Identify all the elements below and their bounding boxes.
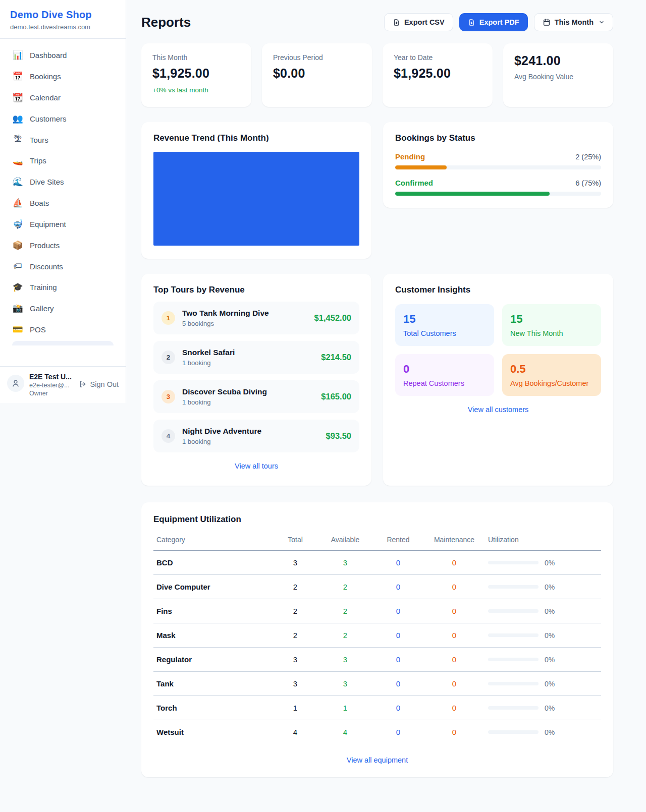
tour-bookings: 5 bookings — [182, 320, 307, 327]
status-name: Pending — [395, 152, 425, 161]
sidebar-item-label: Calendar — [30, 93, 61, 102]
revenue-trend-chart — [153, 152, 359, 246]
table-row: Wetsuit44000% — [153, 720, 601, 744]
user-panel: E2E Test U... e2e-tester@... Owner Sign … — [0, 366, 126, 403]
sidebar-item-dive-sites[interactable]: 🌊Dive Sites — [6, 171, 120, 192]
sidebar-item-tours[interactable]: 🏝Tours — [6, 130, 120, 150]
cell-total: 3 — [273, 551, 317, 575]
insight-value: 0.5 — [510, 363, 593, 376]
customer-insights-title: Customer Insights — [395, 285, 601, 295]
export-pdf-button[interactable]: Export PDF — [459, 13, 528, 31]
sidebar-item-label: Gallery — [30, 304, 54, 313]
sidebar-item-label: Equipment — [30, 220, 66, 228]
sidebar-item-customers[interactable]: 👥Customers — [6, 108, 120, 129]
cell-rented: 0 — [373, 575, 423, 599]
equipment-table: Category Total Available Rented Maintena… — [153, 530, 601, 744]
insights-row: Top Tours by Revenue 1 Two Tank Morning … — [141, 274, 613, 486]
stat-card-year-to-date: Year to Date $1,925.00 — [383, 43, 493, 107]
col-header-category: Category — [153, 530, 273, 551]
cell-rented: 0 — [373, 696, 423, 720]
sidebar-item-gallery[interactable]: 📸Gallery — [6, 298, 120, 319]
utilization-bar-track — [488, 609, 539, 613]
sign-out-button[interactable]: Sign Out — [79, 380, 119, 388]
utilization-percent: 0% — [545, 559, 555, 567]
insight-tile-total-customers: 15 Total Customers — [395, 304, 494, 346]
speedboat-icon: 🚤 — [12, 155, 23, 166]
sidebar-item-label: Boats — [30, 199, 49, 207]
cell-utilization: 0% — [485, 551, 601, 575]
cell-maintenance: 0 — [423, 672, 485, 696]
sidebar-item-dashboard[interactable]: 📊Dashboard — [6, 45, 120, 66]
sidebar-item-bookings[interactable]: 📅Bookings — [6, 66, 120, 87]
sidebar-item-label: POS — [30, 325, 46, 334]
tour-revenue: $93.50 — [326, 431, 351, 441]
sidebar-item-reports-partial[interactable] — [12, 341, 114, 345]
sidebar: Demo Dive Shop demo.test.divestreams.com… — [0, 0, 126, 403]
sidebar-item-calendar[interactable]: 📆Calendar — [6, 87, 120, 108]
stat-value: $0.00 — [273, 66, 361, 81]
cell-rented: 0 — [373, 672, 423, 696]
graduation-cap-icon: 🎓 — [12, 282, 23, 293]
utilization-bar-track — [488, 706, 539, 710]
stat-value: $1,925.00 — [394, 66, 481, 81]
insight-tile-repeat-customers: 0 Repeat Customers — [395, 354, 494, 396]
sidebar-item-training[interactable]: 🎓Training — [6, 277, 120, 298]
cell-available: 1 — [317, 696, 373, 720]
customer-insights-card: Customer Insights 15 Total Customers 15 … — [383, 274, 613, 486]
cell-rented: 0 — [373, 623, 423, 648]
period-selector[interactable]: This Month — [534, 13, 613, 31]
sidebar-item-discounts[interactable]: 🏷Discounts — [6, 256, 120, 276]
sidebar-item-boats[interactable]: ⛵Boats — [6, 193, 120, 213]
cell-available: 3 — [317, 551, 373, 575]
tour-row[interactable]: 1 Two Tank Morning Dive 5 bookings $1,45… — [153, 302, 359, 334]
cell-utilization: 0% — [485, 672, 601, 696]
status-bar-fill — [395, 165, 447, 169]
sailboat-icon: ⛵ — [12, 198, 23, 208]
chevron-down-icon — [599, 19, 605, 25]
view-all-tours-link[interactable]: View all tours — [153, 462, 359, 470]
cell-utilization: 0% — [485, 599, 601, 623]
tear-off-calendar-icon: 📆 — [12, 92, 23, 103]
user-role: Owner — [29, 390, 74, 397]
view-all-equipment-link[interactable]: View all equipment — [153, 756, 601, 764]
utilization-percent: 0% — [545, 583, 555, 591]
utilization-bar-track — [488, 585, 539, 589]
tour-revenue: $214.50 — [321, 353, 351, 362]
period-label: This Month — [555, 18, 594, 26]
insight-grid: 15 Total Customers 15 New This Month 0 R… — [395, 304, 601, 396]
cell-category: Regulator — [153, 648, 273, 672]
export-csv-button[interactable]: Export CSV — [384, 13, 453, 31]
people-icon: 👥 — [12, 113, 23, 124]
cell-category: Fins — [153, 599, 273, 623]
status-name: Confirmed — [395, 179, 433, 187]
file-download-icon — [393, 19, 400, 26]
cell-utilization: 0% — [485, 696, 601, 720]
tour-bookings: 1 booking — [182, 359, 314, 367]
sidebar-item-label: Products — [30, 241, 60, 250]
tour-row[interactable]: 3 Discover Scuba Diving 1 booking $165.0… — [153, 380, 359, 413]
table-header-row: Category Total Available Rented Maintena… — [153, 530, 601, 551]
cell-total: 2 — [273, 575, 317, 599]
cell-rented: 0 — [373, 599, 423, 623]
rank-badge: 2 — [162, 351, 175, 364]
col-header-total: Total — [273, 530, 317, 551]
sidebar-item-pos[interactable]: 💳POS — [6, 319, 120, 340]
tour-row[interactable]: 2 Snorkel Safari 1 booking $214.50 — [153, 341, 359, 374]
sidebar-item-trips[interactable]: 🚤Trips — [6, 150, 120, 171]
cell-maintenance: 0 — [423, 551, 485, 575]
cell-utilization: 0% — [485, 623, 601, 648]
cell-available: 3 — [317, 648, 373, 672]
tour-revenue: $165.00 — [321, 392, 351, 401]
user-name: E2E Test U... — [29, 373, 74, 381]
sidebar-item-equipment[interactable]: 🤿Equipment — [6, 214, 120, 235]
table-row: BCD33000% — [153, 551, 601, 575]
view-all-customers-link[interactable]: View all customers — [395, 405, 601, 414]
sidebar-item-products[interactable]: 📦Products — [6, 235, 120, 256]
cell-total: 2 — [273, 623, 317, 648]
tour-row[interactable]: 4 Night Dive Adventure 1 booking $93.50 — [153, 420, 359, 452]
cell-category: Tank — [153, 672, 273, 696]
sidebar-item-label: Trips — [30, 156, 46, 165]
table-row: Tank33000% — [153, 672, 601, 696]
col-header-utilization: Utilization — [485, 530, 601, 551]
cell-total: 4 — [273, 720, 317, 744]
